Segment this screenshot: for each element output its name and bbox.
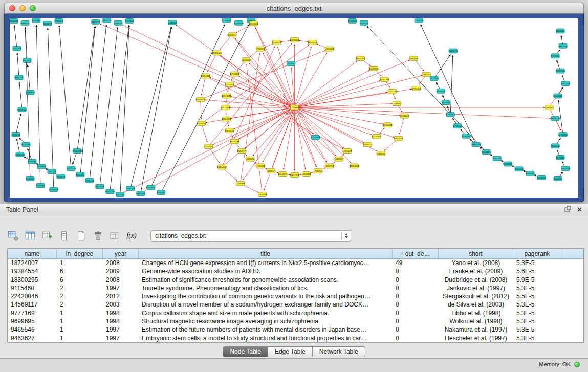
graph-node[interactable]: 13920485: [301, 172, 311, 177]
table-row[interactable]: 977716911998Corpus callosum shape and si…: [8, 309, 583, 317]
graph-edge[interactable]: [254, 24, 316, 167]
graph-node[interactable]: 8506342: [10, 18, 18, 23]
column-header-year[interactable]: year: [103, 249, 139, 258]
graph-edge[interactable]: [294, 71, 369, 107]
graph-node[interactable]: 16782403: [212, 51, 222, 55]
graph-node[interactable]: 18220743: [230, 139, 239, 144]
graph-node[interactable]: 9662571: [57, 174, 66, 179]
graph-edge[interactable]: [294, 60, 409, 107]
graph-node[interactable]: 9162450: [559, 43, 568, 48]
graph-node[interactable]: 8850219: [103, 18, 112, 23]
tab-node-table[interactable]: Node Table: [223, 346, 268, 357]
graph-node[interactable]: 10385061: [113, 20, 123, 25]
graph-node[interactable]: 17518496: [230, 72, 239, 76]
table-row[interactable]: 1456911722003Disruption of a novel membe…: [8, 300, 583, 309]
row-height-button[interactable]: [58, 230, 70, 242]
graph-node[interactable]: 14002068: [241, 58, 251, 62]
graph-edge[interactable]: [208, 53, 217, 72]
tab-network-table[interactable]: Network Table: [313, 346, 365, 357]
graph-node[interactable]: 17264038: [234, 20, 244, 25]
new-table-button[interactable]: [75, 230, 87, 242]
close-panel-button[interactable]: ×: [577, 206, 582, 214]
graph-node[interactable]: 22406317: [227, 33, 237, 37]
graph-node[interactable]: 22406814: [222, 18, 231, 23]
graph-edge[interactable]: [25, 28, 30, 179]
graph-node[interactable]: 17098234: [195, 97, 205, 102]
graph-node[interactable]: 18123045: [249, 21, 258, 26]
graph-node[interactable]: 16104283: [383, 123, 393, 127]
graph-node[interactable]: 10462385: [503, 162, 513, 166]
graph-node[interactable]: 11863504: [17, 107, 27, 112]
graph-node[interactable]: 16961702: [356, 56, 365, 61]
graph-edge[interactable]: [294, 107, 372, 135]
graph-node[interactable]: 12161097: [380, 77, 389, 82]
graph-node[interactable]: 7485034: [409, 56, 418, 61]
graph-edge[interactable]: [17, 53, 19, 77]
graph-node[interactable]: 8231540: [22, 142, 31, 147]
graph-node[interactable]: 1595803: [545, 105, 554, 110]
graph-node[interactable]: 1724069: [290, 105, 299, 110]
column-header-short[interactable]: short: [439, 249, 513, 258]
graph-node[interactable]: 15495720: [363, 142, 373, 147]
show-columns-button[interactable]: [24, 230, 36, 242]
graph-node[interactable]: 9046331: [28, 159, 37, 164]
graph-node[interactable]: 9245012: [515, 167, 524, 171]
graph-node[interactable]: 12097146: [125, 186, 135, 191]
graph-edge[interactable]: [80, 27, 95, 174]
table-row[interactable]: 2242004622012Investigating the contribut…: [8, 292, 583, 300]
graph-edge[interactable]: [294, 107, 383, 124]
graph-node[interactable]: 17152046: [255, 164, 265, 168]
graph-node[interactable]: 20501293: [67, 166, 76, 171]
graph-node[interactable]: 8402317: [76, 172, 85, 177]
graph-edge[interactable]: [19, 82, 22, 110]
graph-edge[interactable]: [294, 61, 357, 107]
graph-node[interactable]: 11544092: [392, 101, 402, 106]
graph-edge[interactable]: [294, 107, 551, 118]
graph-edge[interactable]: [421, 25, 476, 144]
graph-node[interactable]: 9127403: [125, 18, 134, 23]
graph-edge[interactable]: [28, 65, 30, 93]
graph-node[interactable]: 18754092: [342, 149, 352, 154]
graph-node[interactable]: 10045163: [561, 166, 571, 171]
graph-node[interactable]: 8406133: [482, 150, 491, 155]
graph-edge[interactable]: [294, 81, 380, 107]
graph-node[interactable]: 8560413: [26, 176, 35, 181]
graph-node[interactable]: 11420563: [553, 94, 563, 98]
graph-edge[interactable]: [294, 53, 326, 107]
graph-node[interactable]: 8103672: [43, 21, 52, 26]
float-panel-button[interactable]: [564, 205, 571, 214]
tab-edge-table[interactable]: Edge Table: [268, 346, 313, 357]
graph-node[interactable]: 9315672: [92, 19, 100, 24]
function-builder-button[interactable]: f(x): [125, 230, 138, 242]
graph-edge[interactable]: [255, 28, 294, 107]
graph-node[interactable]: 8103452: [437, 89, 445, 93]
graph-edge[interactable]: [110, 26, 129, 192]
table-mode-button[interactable]: [7, 230, 19, 242]
import-table-button[interactable]: [108, 230, 121, 242]
graph-node[interactable]: 7254401: [205, 144, 213, 149]
graph-node[interactable]: 14528905: [146, 185, 156, 190]
table-row[interactable]: 911546021997Tourette syndrome. Phenomeno…: [8, 284, 583, 292]
graph-node[interactable]: 12754102: [225, 82, 234, 87]
graph-node[interactable]: 19013285: [222, 94, 231, 98]
graph-node[interactable]: 9417205: [561, 81, 570, 86]
graph-node[interactable]: 12216045: [372, 134, 381, 139]
graph-node[interactable]: 15144950: [311, 135, 320, 140]
graph-edge[interactable]: [367, 26, 486, 152]
graph-node[interactable]: 7730841: [55, 18, 63, 23]
graph-node[interactable]: 10430817: [26, 90, 35, 95]
memory-status-led[interactable]: [574, 362, 580, 367]
table-panel-titlebar[interactable]: Table Panel ×: [0, 204, 588, 215]
graph-node[interactable]: 9634150: [493, 156, 502, 161]
graph-node[interactable]: 10741253: [105, 189, 115, 194]
graph-node[interactable]: 8940226: [15, 75, 24, 80]
graph-edge[interactable]: [294, 107, 313, 134]
graph-node[interactable]: 18309421: [266, 169, 276, 173]
graph-node[interactable]: 8136204: [348, 18, 357, 23]
column-header-name[interactable]: name: [8, 249, 57, 258]
graph-node[interactable]: 7614501: [23, 58, 32, 63]
graph-node[interactable]: 15897203: [324, 164, 334, 168]
graph-edge[interactable]: [130, 27, 171, 188]
graph-node[interactable]: 2051203: [13, 46, 21, 51]
graph-edge[interactable]: [202, 123, 207, 142]
